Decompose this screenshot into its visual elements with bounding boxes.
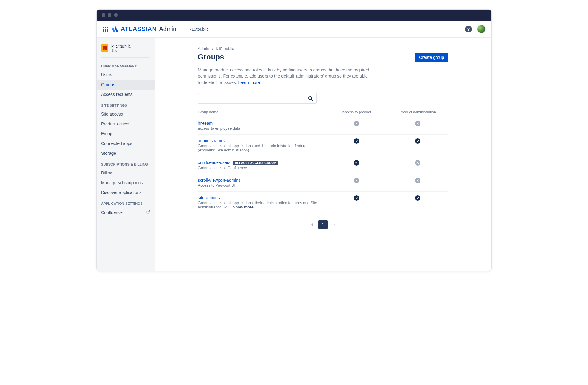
sidebar-item-storage[interactable]: Storage [97,148,155,158]
breadcrumb-site[interactable]: k15tpublic [216,46,234,51]
chevron-left-icon [310,222,315,227]
external-link-icon [146,210,150,215]
traffic-light-close[interactable] [102,13,105,17]
pagination-prev[interactable] [307,220,317,229]
status-check-icon [415,138,420,144]
traffic-light-zoom[interactable] [114,13,118,17]
table-row: scroll-viewport-adminsAccess to Viewport… [198,174,448,192]
group-link[interactable]: hr-team [198,121,213,126]
sidebar: k15tpublic Site USER MANAGEMENTUsersGrou… [97,38,155,271]
brand-suffix: Admin [159,25,176,32]
brand-logo[interactable]: ATLASSIAN Admin [112,25,176,32]
sidebar-heading: SITE SETTINGS [97,99,155,109]
sidebar-item-label: Product access [101,121,130,126]
status-cross-icon [354,121,359,126]
avatar [477,25,486,33]
table-row: administratorsGrants access to all appli… [198,135,448,156]
sidebar-item-discover-applications[interactable]: Discover applications [97,188,155,197]
sidebar-item-label: Emoji [101,131,112,136]
group-description: Access to Viewport UI [198,183,320,188]
page-description-text: Manage product access and roles in bulk … [198,67,369,85]
site-picker[interactable]: k15tpublic [187,25,217,33]
top-nav: ATLASSIAN Admin k15tpublic ? [97,21,491,38]
sidebar-item-emoji[interactable]: Emoji [97,129,155,139]
sidebar-item-site-access[interactable]: Site access [97,109,155,119]
table-row: site-adminsGrants access to all applicat… [198,192,448,213]
group-link[interactable]: administrators [198,138,225,143]
sidebar-heading: APPLICATION SETTINGS [97,197,155,207]
column-access: Access to product [326,110,387,114]
sidebar-item-users[interactable]: Users [97,70,155,80]
default-access-badge: DEFAULT ACCESS GROUP [233,161,278,165]
table-row: hr-teamaccess to employee data [198,117,448,135]
sidebar-item-label: Manage subscriptions [101,180,143,185]
brand-name: ATLASSIAN [121,25,156,32]
help-button[interactable]: ? [464,24,473,34]
sidebar-item-label: Billing [101,170,112,175]
status-cross-icon [415,121,420,126]
table-header: Group name Access to product Product adm… [198,110,448,117]
sidebar-item-manage-subscriptions[interactable]: Manage subscriptions [97,178,155,188]
group-link[interactable]: site-admins [198,195,220,200]
sidebar-item-label: Site access [101,112,123,116]
site-picker-label: k15tpublic [189,27,209,32]
learn-more-link[interactable]: Learn more [238,80,260,85]
site-logo-icon [101,44,108,52]
svg-point-0 [309,97,312,100]
sidebar-item-access-requests[interactable]: Access requests [97,90,155,99]
profile-button[interactable] [477,24,486,34]
status-check-icon [354,160,359,166]
sidebar-heading: SUBSCRIPTIONS & BILLING [97,158,155,168]
sidebar-item-billing[interactable]: Billing [97,168,155,178]
search-field[interactable] [198,93,317,104]
atlassian-logo-icon [112,26,119,32]
page-description: Manage product access and roles in bulk … [198,67,369,86]
traffic-light-minimize[interactable] [108,13,111,17]
sidebar-item-groups[interactable]: Groups [97,80,155,90]
sidebar-item-label: Groups [101,82,115,87]
pagination: 1 [198,220,448,229]
app-switcher-icon[interactable] [102,25,109,33]
status-check-icon [354,138,359,144]
show-more-link[interactable]: Show more [233,205,253,209]
group-description: access to employee data [198,126,320,131]
sidebar-site-sub: Site [111,49,131,52]
breadcrumb-separator: / [212,46,213,51]
sidebar-item-product-access[interactable]: Product access [97,119,155,129]
sidebar-heading: USER MANAGEMENT [97,60,155,70]
status-check-icon [415,195,420,201]
breadcrumb: Admin / k15tpublic [198,46,448,51]
sidebar-item-label: Users [101,72,112,77]
create-group-button[interactable]: Create group [415,53,448,62]
breadcrumb-root[interactable]: Admin [198,46,209,51]
status-cross-icon [415,160,420,166]
search-input[interactable] [201,96,307,101]
sidebar-item-connected-apps[interactable]: Connected apps [97,139,155,148]
status-check-icon [354,195,359,201]
column-group-name: Group name [198,110,326,114]
chevron-right-icon [332,222,337,227]
group-link[interactable]: scroll-viewport-admins [198,178,240,183]
browser-frame: ATLASSIAN Admin k15tpublic ? k15tpublic … [96,9,492,271]
group-description: Grants access to Confluence [198,166,320,170]
sidebar-item-label: Access requests [101,92,133,97]
svg-line-1 [311,99,313,101]
group-description: Grants access to all applications and th… [198,144,320,152]
status-cross-icon [354,178,359,183]
sidebar-item-label: Confluence [101,210,123,215]
sidebar-site-name: k15tpublic [111,44,131,49]
group-link[interactable]: confluence-users [198,160,231,165]
chevron-down-icon [210,27,214,31]
pagination-page-current[interactable]: 1 [318,220,328,229]
sidebar-item-label: Connected apps [101,141,132,146]
sidebar-item-confluence[interactable]: Confluence [97,207,155,217]
page-title: Groups [198,53,224,61]
column-admin: Product administration [387,110,448,114]
sidebar-site-header[interactable]: k15tpublic Site [97,41,155,56]
status-cross-icon [415,178,420,183]
main-content: Admin / k15tpublic Groups Create group M… [155,38,491,271]
help-icon: ? [465,26,472,32]
pagination-next[interactable] [330,220,339,229]
group-description: Grants access to all applications, their… [198,201,320,209]
search-icon [307,95,314,101]
